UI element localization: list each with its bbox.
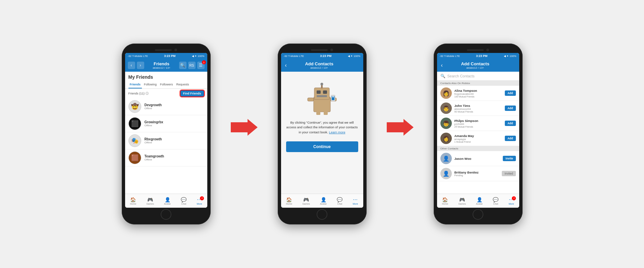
friend-item-1: 🤠 Devgrowth Offline [125, 98, 207, 115]
app-header-2: ‹ Add Contacts akiabo12 / 13+ [281, 59, 363, 72]
back-btn-2[interactable]: ‹ [284, 62, 288, 68]
contact-alina: 👩 Alina Tompson frogonvacation33 100 Mut… [437, 86, 519, 101]
contact-info-alina: Alina Tompson frogonvacation33 100 Mutua… [454, 89, 502, 98]
search-contacts-input[interactable]: Search Contacts [447, 74, 475, 78]
contact-name-john: John Tims [454, 104, 502, 108]
contact-username-amanda: amayayya [454, 138, 502, 141]
learn-more-link[interactable]: Learn more [329, 130, 345, 134]
nav-avatar-2[interactable]: 👤 Avatar [320, 197, 327, 205]
avatar-philps: 👦 [440, 118, 452, 129]
games-icon-3: 🎮 [459, 197, 465, 202]
avatar-alina: 👩 [440, 87, 452, 99]
add-btn-amanda[interactable]: Add [505, 136, 516, 141]
back-btn-3[interactable]: ‹ [440, 62, 444, 68]
phone-2: -92 T-Mobile LTE 3:23 PM ◀ ✦ 100% ‹ Add … [278, 44, 367, 224]
robot-svg [307, 82, 337, 115]
header-title-area-3: Add Contacts akiabo12 / 13+ [461, 61, 489, 69]
avatar-jason: 👤 [440, 153, 452, 164]
svg-rect-3 [317, 90, 321, 94]
phone-1: -92 T-Mobile LTE 3:23 PM ◀ ✦ 100% ‹ › Fr… [122, 44, 211, 224]
consent-text: By clicking "Continue", you agree that w… [286, 120, 358, 135]
avatar-john: 👨 [440, 103, 452, 114]
nav-home-3[interactable]: 🏠 Home [442, 197, 448, 205]
tab-following[interactable]: Following [143, 81, 158, 88]
back-btn-1[interactable]: ‹ [128, 62, 135, 69]
search-btn-1[interactable]: 🔍 [179, 62, 186, 69]
contact-name-brittany: Brittany Benitez [454, 171, 499, 174]
roblox-icon-btn-1[interactable]: RS [188, 62, 196, 69]
nav-home-2[interactable]: 🏠 Home [286, 197, 292, 205]
friend-info-rbxgrowth: Rbxgrowth Offline [145, 137, 162, 144]
phone-home-1 [125, 208, 207, 221]
nav-more-2[interactable]: ⋯ More [353, 197, 358, 205]
friend-info-growingrbx: Growingrbx Offline [145, 120, 163, 127]
more-badge-3: 2 [512, 196, 516, 200]
nav-avatar-1[interactable]: 👤 Avatar [164, 197, 171, 205]
svg-point-12 [332, 96, 334, 97]
friend-status-rbxgrowth: Offline [145, 141, 162, 144]
chat-label-2: Chat [337, 203, 342, 205]
friend-item-4: 🟫 Teamgrowth Offline [125, 149, 207, 166]
nav-games-3[interactable]: 🎮 Games [458, 197, 466, 205]
nav-games-1[interactable]: 🎮 Games [146, 197, 154, 205]
phone-speaker-2 [311, 49, 328, 51]
screen-content-1: My Friends Friends Following Followers R… [125, 72, 207, 194]
red-arrow-icon-1 [231, 119, 258, 136]
add-btn-john[interactable]: Add [505, 106, 516, 111]
avatar-label-1: Avatar [164, 203, 171, 205]
chat-icon-1: 💬 [181, 197, 186, 202]
nav-games-2[interactable]: 🎮 Games [302, 197, 310, 205]
section-header-roblox: Contacts Also On Roblox [437, 81, 519, 86]
status-time-1: 3:23 PM [164, 54, 175, 58]
phone-home-2 [281, 208, 363, 221]
nav-chat-3[interactable]: 💬 Chat [493, 197, 498, 205]
nav-more-1[interactable]: ⋯ More 2 [197, 197, 202, 205]
continue-button[interactable]: Continue [286, 141, 358, 152]
contacts-list: Contacts Also On Roblox 👩 Alina Tompson … [437, 81, 519, 194]
header-actions-1: 🔍 RS ☰ 3 [179, 62, 205, 69]
home-button-1[interactable] [161, 209, 171, 220]
tab-followers[interactable]: Followers [159, 81, 174, 88]
find-friends-button[interactable]: Find Friends [180, 90, 204, 96]
contact-name-philps: Philps Simpson [454, 119, 502, 123]
friend-status-devgrowth: Offline [145, 107, 162, 110]
home-button-3[interactable] [473, 209, 483, 220]
add-btn-alina[interactable]: Add [505, 90, 516, 96]
app-header-1: ‹ › Friends akiabo12 / 13+ 🔍 RS ☰ 3 [125, 59, 207, 72]
contact-name-jason: Jason Woo [454, 157, 500, 160]
add-btn-philps[interactable]: Add [505, 121, 516, 126]
contact-username-alina: frogonvacation33 [454, 92, 502, 95]
svg-rect-7 [317, 95, 327, 97]
consent-screen: By clicking "Continue", you agree that w… [281, 72, 363, 194]
tab-friends[interactable]: Friends [128, 81, 142, 88]
nav-home-1[interactable]: 🏠 Home [130, 197, 137, 205]
more-label-1: More [197, 203, 202, 205]
friend-name-rbxgrowth: Rbxgrowth [145, 137, 162, 141]
home-icon-1: 🏠 [130, 197, 136, 202]
chat-label-3: Chat [493, 203, 498, 205]
phone-notch-1 [125, 47, 207, 53]
home-icon-3: 🏠 [442, 197, 448, 202]
avatar-rbxgrowth: 🎭 [128, 134, 141, 147]
status-bar-3: -92 T-Mobile LTE 3:23 PM ◀ ✦ 100% [437, 53, 519, 59]
nav-avatar-3[interactable]: 👤 Avatar [476, 197, 483, 205]
friends-tabs: Friends Following Followers Requests [125, 81, 207, 89]
games-icon-1: 🎮 [147, 197, 153, 202]
nav-more-3[interactable]: ⋯ More 2 [508, 197, 514, 205]
contact-name-alina: Alina Tompson [454, 89, 502, 92]
svg-point-6 [321, 83, 323, 85]
notifications-badge-1[interactable]: ☰ 3 [197, 62, 205, 69]
phone-speaker-1 [155, 49, 172, 51]
friend-item-2: ⬛ Growingrbx Offline [125, 115, 207, 132]
home-button-2[interactable] [317, 209, 327, 220]
nav-chat-2[interactable]: 💬 Chat [337, 197, 342, 205]
svg-rect-4 [323, 90, 327, 94]
tab-requests[interactable]: Requests [175, 81, 191, 88]
invite-btn-jason[interactable]: Invite [503, 156, 516, 161]
nav-chat-1[interactable]: 💬 Chat [181, 197, 186, 205]
forward-btn-1[interactable]: › [137, 62, 144, 69]
friend-status-growingrbx: Offline [145, 124, 163, 127]
invited-btn-brittany: Invited [502, 171, 516, 176]
more-icon-2: ⋯ [353, 197, 358, 202]
section-header-other: Other Contacts [437, 146, 519, 151]
